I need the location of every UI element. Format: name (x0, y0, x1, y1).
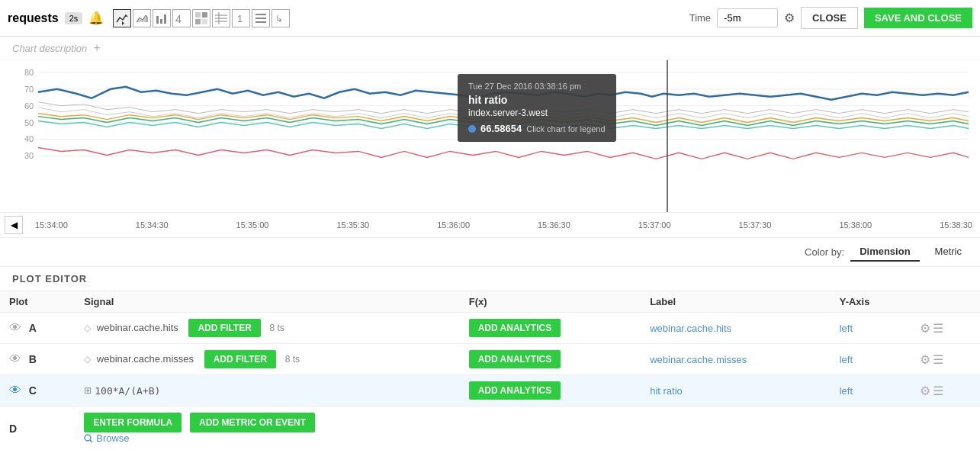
settings-icon[interactable]: ⚙ (784, 11, 795, 25)
plot-editor-header: PLOT EDITOR (0, 267, 980, 291)
svg-rect-1 (156, 16, 159, 24)
svg-rect-7 (195, 19, 201, 24)
time-label-1: 15:34:30 (136, 220, 169, 230)
chart-area-icon[interactable] (133, 9, 151, 27)
chart-description-bar: Chart description + (0, 37, 980, 60)
header-right: Time ⚙ CLOSE SAVE AND CLOSE (689, 7, 972, 29)
svg-text:60: 60 (24, 101, 34, 111)
row-b-fx: ADD ANALYTICS (460, 344, 641, 375)
chart-table-icon[interactable] (212, 9, 230, 27)
chart-heatmap-icon[interactable] (192, 9, 210, 27)
row-a-signal: ◇ webinar.cache.hits ADD FILTER 8 ts (75, 313, 459, 344)
row-gear-b[interactable]: ⚙ (920, 353, 930, 366)
label-link-a[interactable]: webinar.cache.hits (650, 323, 731, 334)
time-axis: ◀ 15:34:00 15:34:30 15:35:00 15:35:30 15… (0, 213, 980, 238)
close-button[interactable]: CLOSE (801, 7, 858, 29)
add-analytics-b[interactable]: ADD ANALYTICS (469, 350, 561, 368)
enter-formula-btn[interactable]: ENTER FORMULA (84, 413, 182, 432)
svg-marker-0 (122, 21, 124, 25)
svg-text:1: 1 (237, 13, 243, 24)
ts-count-a: 8 ts (270, 323, 284, 333)
row-c-fx: ADD ANALYTICS (460, 375, 641, 407)
yaxis-link-c[interactable]: left (840, 385, 853, 397)
bell-icon[interactable]: 🔔 (88, 11, 104, 25)
row-menu-a[interactable]: ☰ (933, 322, 943, 335)
color-by-metric[interactable]: Metric (926, 243, 971, 262)
ts-count-b: 8 ts (285, 354, 300, 365)
chart-description-add[interactable]: + (93, 41, 100, 55)
chart-type-icons: 4 1 ↳ (113, 9, 290, 27)
svg-point-31 (85, 435, 91, 441)
row-menu-c[interactable]: ☰ (933, 384, 943, 397)
col-actions (911, 291, 981, 313)
time-label-3: 15:35:30 (336, 220, 369, 230)
chart-list-icon[interactable] (252, 9, 270, 27)
row-gear-c[interactable]: ⚙ (920, 384, 930, 397)
table-row: 👁 B ◇ webinar.cache.misses ADD FILTER 8 … (0, 344, 980, 375)
svg-text:↳: ↳ (275, 14, 283, 24)
signal-name-a: webinar.cache.hits (97, 322, 178, 333)
row-d-plot: D (0, 407, 75, 451)
eye-icon-b[interactable]: 👁 (9, 352, 21, 365)
time-label-6: 15:37:00 (638, 220, 671, 230)
row-c-yaxis: left (831, 375, 911, 407)
svg-rect-6 (202, 12, 207, 18)
row-c-label: hit ratio (641, 375, 831, 407)
chart-description-text: Chart description (12, 43, 87, 54)
svg-rect-2 (160, 19, 162, 24)
svg-rect-5 (195, 12, 201, 18)
eye-icon-a[interactable]: 👁 (9, 321, 21, 334)
yaxis-link-b[interactable]: left (840, 354, 853, 365)
yaxis-link-a[interactable]: left (840, 323, 853, 334)
time-label-9: 15:38:30 (940, 220, 972, 230)
col-fx: F(x) (460, 291, 641, 313)
row-b-label: webinar.cache.misses (641, 344, 831, 375)
col-yaxis: Y-Axis (831, 291, 911, 313)
chart-extra-icon[interactable]: ↳ (272, 9, 290, 27)
header: requests 2s 🔔 4 1 ↳ Time (0, 0, 980, 37)
label-link-b[interactable]: webinar.cache.misses (650, 354, 747, 365)
add-analytics-a[interactable]: ADD ANALYTICS (469, 319, 561, 337)
col-plot: Plot (0, 291, 75, 313)
color-by-label: Color by: (805, 246, 844, 258)
row-c-plot: 👁 C (0, 375, 75, 407)
time-label-8: 15:38:00 (839, 220, 872, 230)
eye-icon-c[interactable]: 👁 (9, 384, 21, 397)
color-by-section: Color by: Dimension Metric (0, 238, 980, 267)
add-filter-a[interactable]: ADD FILTER (188, 319, 260, 337)
chart-area[interactable]: 80 70 60 50 40 30 Tue 27 Dec 2016 03:38:… (0, 60, 980, 213)
formula-icon-c: ⊞ (84, 385, 92, 396)
svg-text:50: 50 (24, 118, 34, 127)
browse-link[interactable]: Browse (84, 432, 971, 444)
add-analytics-c[interactable]: ADD ANALYTICS (469, 381, 561, 400)
row-menu-b[interactable]: ☰ (933, 353, 943, 366)
col-label: Label (641, 291, 831, 313)
chart-scatter-icon[interactable]: 4 (172, 9, 191, 27)
save-close-button[interactable]: SAVE AND CLOSE (864, 8, 972, 28)
chart-single-icon[interactable]: 1 (232, 9, 250, 27)
time-nav-left[interactable]: ◀ (5, 216, 23, 234)
chart-svg: 80 70 60 50 40 30 (0, 60, 980, 212)
row-b-actions: ⚙ ☰ (911, 344, 981, 375)
time-label-2: 15:35:00 (236, 220, 269, 230)
row-a-label: webinar.cache.hits (641, 313, 831, 344)
formula-cell: ⊞ 100*A/(A+B) (84, 385, 450, 397)
row-gear-a[interactable]: ⚙ (920, 322, 930, 335)
row-d-actions: ENTER FORMULA ADD METRIC OR EVENT Browse (75, 407, 980, 451)
add-metric-btn[interactable]: ADD METRIC OR EVENT (190, 413, 315, 432)
row-d-letter: D (9, 423, 17, 435)
formula-text-c: 100*A/(A+B) (95, 385, 160, 397)
svg-text:4: 4 (175, 13, 182, 25)
row-c-signal: ⊞ 100*A/(A+B) (75, 375, 459, 407)
time-input[interactable] (717, 8, 778, 27)
table-row: 👁 A ◇ webinar.cache.hits ADD FILTER 8 ts… (0, 313, 980, 344)
add-filter-b[interactable]: ADD FILTER (204, 350, 276, 368)
time-label-4: 15:36:00 (437, 220, 470, 230)
chart-line-icon[interactable] (113, 9, 131, 27)
row-c-actions: ⚙ ☰ (911, 375, 981, 407)
time-labels: 15:34:00 15:34:30 15:35:00 15:35:30 15:3… (27, 220, 980, 230)
label-link-c[interactable]: hit ratio (650, 385, 683, 397)
chart-bar-icon[interactable] (153, 9, 171, 27)
color-by-dimension[interactable]: Dimension (850, 243, 919, 262)
row-c-letter: C (29, 384, 37, 397)
